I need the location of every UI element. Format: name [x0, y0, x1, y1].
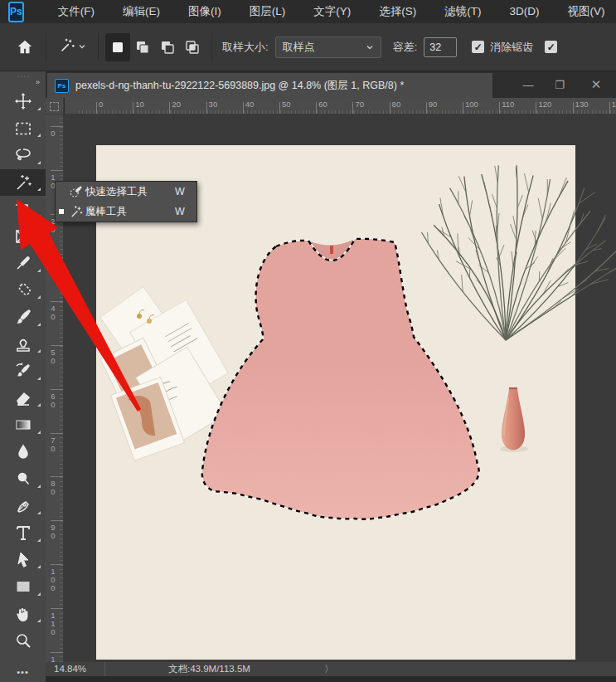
- v-ruler-label: 6 0: [49, 392, 57, 409]
- horizontal-ruler[interactable]: 0102030405060708090100110120130140: [65, 98, 616, 114]
- ruler-origin-box[interactable]: [46, 98, 64, 114]
- v-ruler-label: 1 0 0: [49, 568, 57, 592]
- h-ruler-label: 70: [355, 100, 364, 109]
- add-selection-icon[interactable]: [130, 33, 155, 61]
- h-ruler-label: 80: [392, 100, 401, 109]
- h-ruler-label: 50: [282, 100, 291, 109]
- document-title: pexels-d-ng-thanh-tu-2922122-5693889.jpg…: [75, 79, 404, 93]
- h-ruler-label: 20: [172, 100, 181, 109]
- status-bar: 14.84% 文档:43.9M/113.5M 〉: [46, 662, 616, 676]
- toolbar-grip[interactable]: [0, 71, 46, 78]
- marquee-tool[interactable]: [0, 115, 46, 143]
- window-bottom-edge: [46, 676, 616, 682]
- flyout-item-魔棒工具[interactable]: 魔棒工具W: [56, 202, 196, 222]
- h-ruler-label: 60: [318, 100, 327, 109]
- menu-item-6[interactable]: 选择(S): [365, 0, 430, 23]
- clipped-checkbox[interactable]: ✓: [545, 41, 557, 53]
- blur-tool[interactable]: [0, 439, 46, 466]
- sample-size-dropdown[interactable]: 取样点: [275, 37, 381, 58]
- flyout-shortcut: W: [175, 206, 196, 217]
- anti-alias-label: 消除锯齿: [490, 40, 533, 55]
- photo: [96, 145, 616, 660]
- menu-item-1[interactable]: 文件(F): [44, 0, 109, 23]
- dodge-tool[interactable]: [0, 465, 46, 493]
- menu-item-4[interactable]: 图层(L): [235, 0, 300, 23]
- tool-flyout-menu: 快速选择工具W魔棒工具W: [55, 181, 197, 222]
- anti-alias-checkbox[interactable]: ✓: [472, 41, 484, 53]
- flyout-item-label: 魔棒工具: [85, 205, 175, 219]
- pen-tool[interactable]: [0, 493, 46, 520]
- status-chevron-icon[interactable]: 〉: [324, 662, 334, 676]
- h-ruler-label: 40: [245, 100, 255, 109]
- earring: [147, 319, 152, 324]
- zoom-level-field[interactable]: 14.84%: [47, 662, 105, 676]
- tool-preset-picker[interactable]: [53, 37, 91, 57]
- minimize-button[interactable]: —: [513, 71, 543, 98]
- earring: [137, 314, 142, 319]
- flyout-shortcut: W: [175, 186, 196, 197]
- document-tab-bar: Ps pexels-d-ng-thanh-tu-2922122-5693889.…: [46, 71, 616, 98]
- healing-brush-tool[interactable]: [0, 277, 46, 304]
- path-select-tool[interactable]: [0, 547, 46, 574]
- subtract-selection-icon[interactable]: [155, 33, 180, 61]
- flyout-item-快速选择工具[interactable]: 快速选择工具W: [56, 182, 196, 202]
- menu-item-7[interactable]: 滤镜(T): [430, 0, 495, 23]
- document-tab[interactable]: Ps pexels-d-ng-thanh-tu-2922122-5693889.…: [47, 73, 492, 98]
- magic-wand-tool-icon: [67, 204, 85, 219]
- chevron-down-icon: [78, 41, 86, 53]
- v-ruler-label: 8 0: [49, 480, 57, 496]
- eraser-tool[interactable]: [0, 385, 46, 412]
- h-ruler-label: 10: [135, 100, 144, 109]
- history-brush-tool[interactable]: [0, 358, 46, 385]
- magic-wand-tool[interactable]: [0, 169, 46, 197]
- menu-item-8[interactable]: 3D(D): [495, 0, 553, 23]
- h-ruler-label: 110: [502, 100, 514, 109]
- lasso-tool[interactable]: [0, 142, 46, 169]
- photoshop-logo: Ps: [8, 2, 24, 22]
- edit-toolbar-icon[interactable]: •••: [0, 667, 46, 682]
- flyout-item-label: 快速选择工具: [85, 185, 175, 199]
- selection-mode-group: [105, 33, 205, 61]
- h-ruler-label: 100: [465, 100, 478, 109]
- tools-panel: »: [0, 71, 46, 682]
- h-ruler-label: 0: [99, 100, 103, 109]
- hand-tool[interactable]: [0, 601, 46, 628]
- home-icon[interactable]: [11, 33, 39, 61]
- type-tool[interactable]: [0, 519, 46, 547]
- menu-item-2[interactable]: 编辑(E): [109, 0, 174, 23]
- separator: [211, 33, 212, 61]
- menu-item-5[interactable]: 文字(Y): [299, 0, 365, 23]
- clone-stamp-tool[interactable]: [0, 331, 46, 358]
- v-ruler-label: 0: [49, 129, 57, 138]
- close-button[interactable]: ✕: [581, 71, 611, 98]
- tools-list: [0, 88, 46, 655]
- v-ruler-label: 9 0: [49, 524, 57, 540]
- menu-item-9[interactable]: 视图(V): [553, 0, 616, 23]
- frame-tool[interactable]: [0, 223, 46, 251]
- tolerance-input[interactable]: [424, 37, 457, 57]
- v-ruler-label: 7 0: [49, 436, 57, 453]
- v-ruler-label: 1 1 0: [49, 611, 57, 636]
- move-tool[interactable]: [0, 88, 46, 115]
- v-ruler-label: 1 2 0: [49, 655, 57, 662]
- photoshop-window: Ps 文件(F)编辑(E)图像(I)图层(L)文字(Y)选择(S)滤镜(T)3D…: [0, 0, 616, 682]
- h-ruler-label: 90: [429, 100, 438, 109]
- separator: [46, 33, 46, 61]
- quick-selection-tool-icon: [67, 184, 85, 199]
- new-selection-icon[interactable]: [105, 33, 130, 61]
- menu-items: 文件(F)编辑(E)图像(I)图层(L)文字(Y)选择(S)滤镜(T)3D(D)…: [44, 0, 616, 23]
- restore-button[interactable]: ❐: [545, 71, 575, 98]
- intersect-selection-icon[interactable]: [180, 33, 205, 61]
- brush-tool[interactable]: [0, 304, 46, 331]
- crop-tool[interactable]: [0, 196, 46, 223]
- shape-tool[interactable]: [0, 573, 46, 601]
- tolerance-label: 容差:: [393, 40, 418, 55]
- h-ruler-label: 120: [538, 100, 551, 109]
- eyedropper-tool[interactable]: [0, 250, 46, 277]
- menu-bar: Ps 文件(F)编辑(E)图像(I)图层(L)文字(Y)选择(S)滤镜(T)3D…: [0, 0, 616, 23]
- zoom-tool[interactable]: [0, 627, 46, 655]
- menu-item-3[interactable]: 图像(I): [174, 0, 235, 23]
- collapse-panel-icon[interactable]: »: [0, 78, 46, 88]
- gradient-tool[interactable]: [0, 412, 46, 439]
- sample-size-value: 取样点: [283, 40, 315, 55]
